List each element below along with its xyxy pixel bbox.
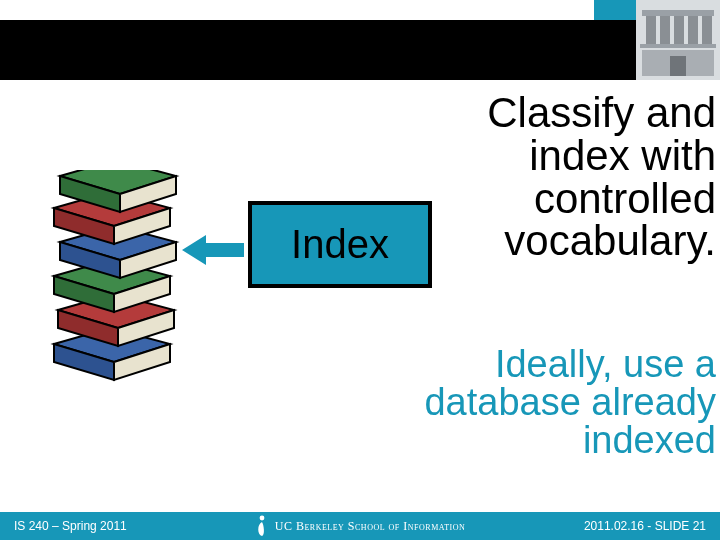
books-icon — [44, 170, 184, 390]
svg-rect-9 — [670, 56, 686, 76]
svg-point-29 — [259, 516, 264, 521]
slide-heading: Classify and index with controlled vocab… — [440, 92, 716, 263]
svg-rect-1 — [640, 44, 716, 48]
slide: Index Classify and index with controlled… — [0, 0, 720, 540]
slide-footer: IS 240 – Spring 2011 UC Berkeley School … — [0, 512, 720, 540]
svg-marker-28 — [182, 235, 244, 265]
svg-rect-6 — [702, 16, 712, 44]
svg-rect-3 — [660, 16, 670, 44]
svg-rect-5 — [688, 16, 698, 44]
index-process-box: Index — [248, 201, 432, 288]
slide-subheading: Ideally, use a database already indexed — [376, 345, 716, 459]
svg-rect-4 — [674, 16, 684, 44]
index-label: Index — [291, 222, 389, 267]
ischool-logo-icon — [255, 515, 269, 537]
svg-rect-7 — [642, 10, 714, 16]
svg-rect-2 — [646, 16, 656, 44]
footer-affiliation-text: UC Berkeley School of Information — [275, 519, 466, 534]
building-photo-icon — [636, 0, 720, 80]
arrow-left — [182, 235, 244, 265]
header-black-band — [0, 20, 640, 80]
header-photo-thumbnail — [636, 0, 720, 80]
book-stack-illustration — [44, 170, 184, 390]
footer-slide-number: 2011.02.16 - SLIDE 21 — [584, 519, 706, 533]
arrow-left-icon — [182, 235, 244, 265]
